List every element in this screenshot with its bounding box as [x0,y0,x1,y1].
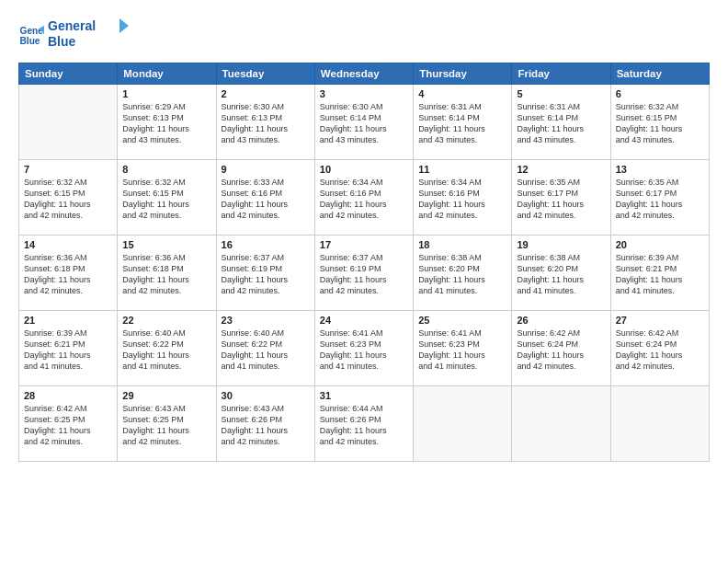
day-info: Sunrise: 6:32 AM Sunset: 6:15 PM Dayligh… [122,177,210,222]
day-number: 17 [320,239,408,250]
calendar-cell: 15Sunrise: 6:36 AM Sunset: 6:18 PM Dayli… [118,236,216,311]
calendar-cell: 14Sunrise: 6:36 AM Sunset: 6:18 PM Dayli… [19,236,118,311]
day-number: 15 [122,239,210,250]
col-header-saturday: Saturday [610,63,709,85]
day-number: 31 [320,390,408,401]
day-number: 26 [517,315,605,326]
calendar-cell: 18Sunrise: 6:38 AM Sunset: 6:20 PM Dayli… [414,236,512,311]
week-row-4: 28Sunrise: 6:42 AM Sunset: 6:25 PM Dayli… [19,386,710,462]
calendar-cell: 17Sunrise: 6:37 AM Sunset: 6:19 PM Dayli… [314,236,413,311]
day-info: Sunrise: 6:35 AM Sunset: 6:17 PM Dayligh… [517,177,605,222]
calendar-table: SundayMondayTuesdayWednesdayThursdayFrid… [18,63,710,462]
day-info: Sunrise: 6:35 AM Sunset: 6:17 PM Dayligh… [616,177,704,222]
week-row-3: 21Sunrise: 6:39 AM Sunset: 6:21 PM Dayli… [19,311,710,386]
day-info: Sunrise: 6:36 AM Sunset: 6:18 PM Dayligh… [24,252,112,297]
col-header-wednesday: Wednesday [314,63,413,85]
day-info: Sunrise: 6:37 AM Sunset: 6:19 PM Dayligh… [222,252,310,297]
day-info: Sunrise: 6:30 AM Sunset: 6:14 PM Dayligh… [320,101,408,146]
week-row-0: 1Sunrise: 6:29 AM Sunset: 6:13 PM Daylig… [19,85,710,160]
calendar-cell: 29Sunrise: 6:43 AM Sunset: 6:25 PM Dayli… [118,386,216,462]
day-info: Sunrise: 6:39 AM Sunset: 6:21 PM Dayligh… [616,252,704,297]
day-number: 6 [616,88,704,99]
svg-marker-5 [119,18,129,33]
day-info: Sunrise: 6:37 AM Sunset: 6:19 PM Dayligh… [320,252,408,297]
logo: General Blue General Blue [18,17,131,55]
calendar-cell [414,386,512,462]
calendar-cell: 16Sunrise: 6:37 AM Sunset: 6:19 PM Dayli… [216,236,314,311]
day-number: 27 [616,315,704,326]
calendar-cell: 5Sunrise: 6:31 AM Sunset: 6:14 PM Daylig… [512,85,610,160]
day-info: Sunrise: 6:31 AM Sunset: 6:14 PM Dayligh… [418,101,506,146]
svg-text:General: General [48,18,96,33]
col-header-monday: Monday [118,63,216,85]
svg-text:General: General [20,26,44,36]
day-number: 21 [24,315,112,326]
day-info: Sunrise: 6:42 AM Sunset: 6:25 PM Dayligh… [24,403,112,448]
day-info: Sunrise: 6:38 AM Sunset: 6:20 PM Dayligh… [418,252,506,297]
calendar-cell: 19Sunrise: 6:38 AM Sunset: 6:20 PM Dayli… [512,236,610,311]
week-row-2: 14Sunrise: 6:36 AM Sunset: 6:18 PM Dayli… [19,236,710,311]
calendar-cell: 31Sunrise: 6:44 AM Sunset: 6:26 PM Dayli… [314,386,413,462]
day-info: Sunrise: 6:38 AM Sunset: 6:20 PM Dayligh… [517,252,605,297]
calendar-cell: 8Sunrise: 6:32 AM Sunset: 6:15 PM Daylig… [118,160,216,236]
day-number: 28 [24,390,112,401]
calendar-cell: 3Sunrise: 6:30 AM Sunset: 6:14 PM Daylig… [314,85,413,160]
day-info: Sunrise: 6:43 AM Sunset: 6:26 PM Dayligh… [222,403,310,448]
calendar-cell: 26Sunrise: 6:42 AM Sunset: 6:24 PM Dayli… [512,311,610,386]
day-info: Sunrise: 6:30 AM Sunset: 6:13 PM Dayligh… [222,101,310,146]
day-info: Sunrise: 6:40 AM Sunset: 6:22 PM Dayligh… [222,327,310,373]
day-number: 29 [122,390,210,401]
svg-text:Blue: Blue [20,36,40,46]
day-number: 8 [122,164,210,175]
day-number: 14 [24,239,112,250]
calendar-cell: 9Sunrise: 6:33 AM Sunset: 6:16 PM Daylig… [216,160,314,236]
calendar-cell: 27Sunrise: 6:42 AM Sunset: 6:24 PM Dayli… [610,311,709,386]
day-info: Sunrise: 6:44 AM Sunset: 6:26 PM Dayligh… [320,403,408,448]
day-number: 20 [616,239,704,250]
calendar-cell: 20Sunrise: 6:39 AM Sunset: 6:21 PM Dayli… [610,236,709,311]
day-info: Sunrise: 6:29 AM Sunset: 6:13 PM Dayligh… [122,101,210,146]
day-number: 16 [222,239,310,250]
day-info: Sunrise: 6:36 AM Sunset: 6:18 PM Dayligh… [122,252,210,297]
day-info: Sunrise: 6:34 AM Sunset: 6:16 PM Dayligh… [320,177,408,222]
day-info: Sunrise: 6:41 AM Sunset: 6:23 PM Dayligh… [418,327,506,373]
day-info: Sunrise: 6:42 AM Sunset: 6:24 PM Dayligh… [616,327,704,373]
day-number: 24 [320,315,408,326]
day-number: 18 [418,239,506,250]
calendar-header-row: SundayMondayTuesdayWednesdayThursdayFrid… [19,63,710,85]
day-info: Sunrise: 6:33 AM Sunset: 6:16 PM Dayligh… [222,177,310,222]
logo-icon: General Blue [18,23,44,49]
day-number: 2 [222,88,310,99]
calendar-cell: 24Sunrise: 6:41 AM Sunset: 6:23 PM Dayli… [314,311,413,386]
calendar-cell: 23Sunrise: 6:40 AM Sunset: 6:22 PM Dayli… [216,311,314,386]
day-info: Sunrise: 6:40 AM Sunset: 6:22 PM Dayligh… [122,327,210,373]
day-number: 22 [122,315,210,326]
day-number: 23 [222,315,310,326]
day-number: 10 [320,164,408,175]
calendar-cell: 21Sunrise: 6:39 AM Sunset: 6:21 PM Dayli… [19,311,118,386]
day-number: 25 [418,315,506,326]
calendar-cell: 7Sunrise: 6:32 AM Sunset: 6:15 PM Daylig… [19,160,118,236]
day-number: 11 [418,164,506,175]
calendar-cell: 11Sunrise: 6:34 AM Sunset: 6:16 PM Dayli… [414,160,512,236]
calendar-cell [19,85,118,160]
day-number: 1 [122,88,210,99]
col-header-tuesday: Tuesday [216,63,314,85]
calendar-cell: 30Sunrise: 6:43 AM Sunset: 6:26 PM Dayli… [216,386,314,462]
calendar-cell: 1Sunrise: 6:29 AM Sunset: 6:13 PM Daylig… [118,85,216,160]
day-number: 19 [517,239,605,250]
calendar-cell: 12Sunrise: 6:35 AM Sunset: 6:17 PM Dayli… [512,160,610,236]
day-number: 7 [24,164,112,175]
day-number: 13 [616,164,704,175]
calendar-cell: 22Sunrise: 6:40 AM Sunset: 6:22 PM Dayli… [118,311,216,386]
calendar-cell: 2Sunrise: 6:30 AM Sunset: 6:13 PM Daylig… [216,85,314,160]
day-number: 4 [418,88,506,99]
day-info: Sunrise: 6:41 AM Sunset: 6:23 PM Dayligh… [320,327,408,373]
calendar-cell [610,386,709,462]
calendar-cell: 28Sunrise: 6:42 AM Sunset: 6:25 PM Dayli… [19,386,118,462]
page: General Blue General Blue SundayMondayTu… [0,0,728,563]
day-info: Sunrise: 6:32 AM Sunset: 6:15 PM Dayligh… [24,177,112,222]
day-info: Sunrise: 6:39 AM Sunset: 6:21 PM Dayligh… [24,327,112,373]
logo-svg: General Blue [48,17,131,52]
col-header-thursday: Thursday [414,63,512,85]
